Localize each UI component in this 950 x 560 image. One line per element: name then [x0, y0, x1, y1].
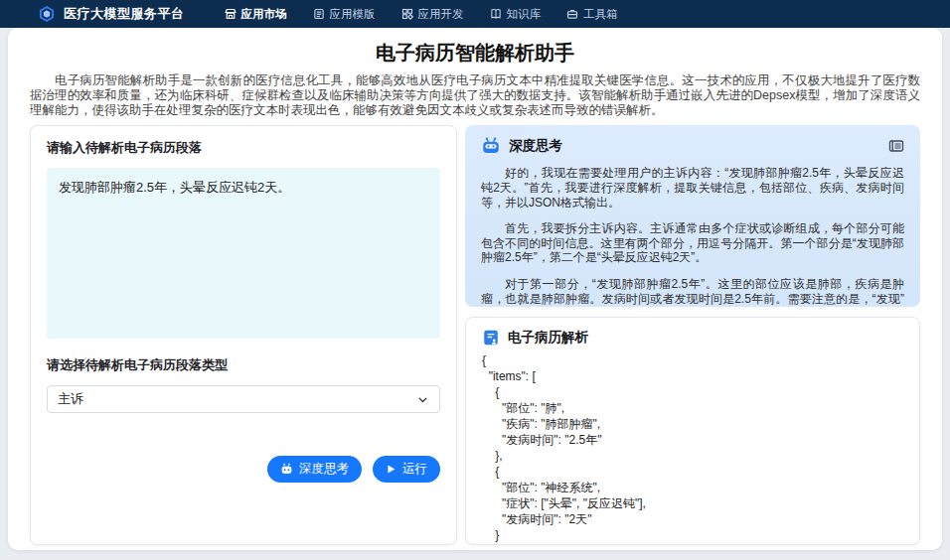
knowledge-base-icon	[490, 8, 502, 20]
collapse-outline-icon[interactable]	[888, 138, 904, 154]
think-paragraph: 对于第一部分，“发现肺部肿瘤2.5年”。这里的部位应该是肺部，疾病是肿瘤，也就是…	[481, 277, 904, 307]
paragraph-type-select[interactable]: 主诉	[47, 385, 440, 413]
nav-item-knowledge-base[interactable]: 知识库	[490, 7, 542, 22]
app-develop-icon	[401, 8, 413, 20]
top-nav: 医疗大模型服务平台 应用市场 应用模版 应用开发 知识库 工具箱	[0, 0, 950, 28]
app-template-icon	[313, 8, 325, 20]
nav-item-app-develop[interactable]: 应用开发	[401, 7, 464, 22]
action-buttons: 深度思考 运行	[47, 456, 440, 483]
deep-think-content: 好的，我现在需要处理用户的主诉内容：“发现肺部肿瘤2.5年，头晕反应迟钝2天。”…	[481, 166, 904, 307]
select-label: 请选择待解析电子病历段落类型	[47, 356, 440, 374]
parse-result-json: { "items": [ { "部位": "肺", "疾病": "肺部肿瘤", …	[482, 353, 903, 545]
chevron-down-icon	[416, 393, 429, 406]
platform-logo-icon	[38, 5, 56, 23]
emr-document-icon	[482, 329, 500, 347]
parse-result-panel: 电子病历解析 { "items": [ { "部位": "肺", "疾病": "…	[465, 317, 920, 545]
toolbox-icon	[566, 8, 578, 20]
content-columns: 请输入待解析电子病历段落 发现肺部肿瘤2.5年，头晕反应迟钝2天。 请选择待解析…	[30, 125, 920, 545]
think-paragraph: 好的，我现在需要处理用户的主诉内容：“发现肺部肿瘤2.5年，头晕反应迟钝2天。”…	[481, 166, 904, 210]
app-market-icon	[225, 8, 237, 20]
nav-item-toolbox[interactable]: 工具箱	[566, 7, 618, 22]
robot-icon	[280, 463, 293, 476]
page-title: 电子病历智能解析助手	[30, 40, 920, 67]
paragraph-type-value: 主诉	[58, 390, 83, 408]
result-column: 深度思考 好的，我现在需要处理用户的主诉内容：“发现肺部肿瘤2.5年，头晕反应迟…	[465, 125, 920, 545]
parse-result-header: 电子病历解析	[482, 329, 903, 347]
deep-think-button[interactable]: 深度思考	[267, 456, 362, 483]
nav-item-app-market[interactable]: 应用市场	[225, 7, 287, 22]
robot-icon	[481, 136, 501, 156]
run-button[interactable]: 运行	[373, 456, 440, 483]
nav-items: 应用市场 应用模版 应用开发 知识库 工具箱	[225, 7, 618, 22]
page-description: 电子病历智能解析助手是一款创新的医疗信息化工具，能够高效地从医疗电子病历文本中精…	[30, 73, 920, 117]
deep-think-header: 深度思考	[481, 136, 904, 156]
deep-think-panel: 深度思考 好的，我现在需要处理用户的主诉内容：“发现肺部肿瘤2.5年，头晕反应迟…	[465, 125, 920, 307]
nav-item-app-template[interactable]: 应用模版	[313, 7, 376, 22]
deep-think-title: 深度思考	[509, 137, 562, 155]
play-icon	[386, 464, 396, 475]
input-panel: 请输入待解析电子病历段落 发现肺部肿瘤2.5年，头晕反应迟钝2天。 请选择待解析…	[30, 125, 457, 545]
emr-paragraph-input[interactable]: 发现肺部肿瘤2.5年，头晕反应迟钝2天。	[47, 168, 440, 339]
think-paragraph: 首先，我要拆分主诉内容。主诉通常由多个症状或诊断组成，每个部分可能包含不同的时间…	[481, 221, 904, 265]
textarea-label: 请输入待解析电子病历段落	[47, 139, 440, 157]
brand-title: 医疗大模型服务平台	[64, 5, 185, 23]
main-container: 电子病历智能解析助手 电子病历智能解析助手是一款创新的医疗信息化工具，能够高效地…	[8, 28, 942, 550]
parse-result-title: 电子病历解析	[508, 329, 588, 347]
